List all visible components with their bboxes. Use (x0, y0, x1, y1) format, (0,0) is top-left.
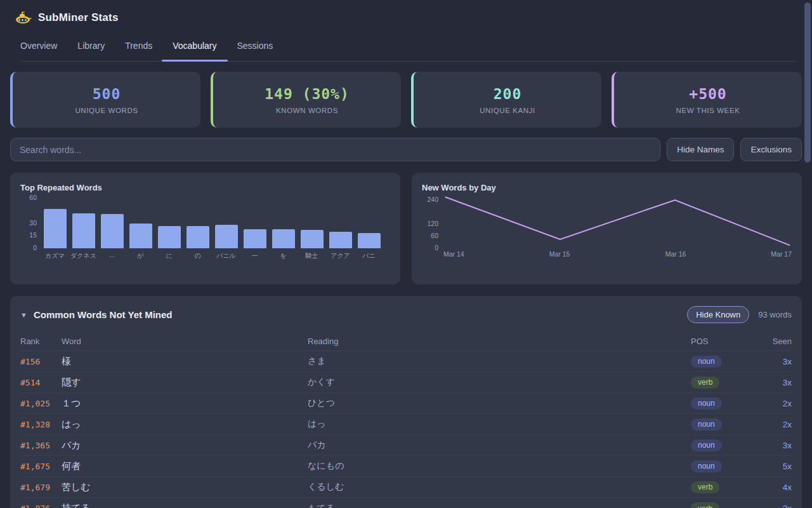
pos-badge: verb (691, 481, 719, 493)
bar (158, 226, 181, 248)
bar-chart-plot: カズマダクネス…がにのバニル一を騎士アクアバニ (42, 195, 390, 260)
bar-column: を (272, 229, 295, 260)
bar (101, 214, 124, 248)
stat-card-known-words: 149 (30%) KNOWN WORDS (211, 72, 401, 128)
table-body: #156 様 さま noun 3x #514 隠す かくす verb 3x #1… (20, 351, 792, 508)
bar (358, 233, 381, 248)
stat-value: 500 (93, 86, 121, 102)
bar-category-label: に (166, 251, 172, 260)
submarine-icon (15, 11, 32, 24)
bar-column: が (129, 224, 152, 260)
bar-column: 騎士 (300, 230, 324, 260)
bar-category-label: カズマ (45, 251, 65, 260)
search-row: Hide Names Exclusions (10, 138, 802, 161)
bar (215, 225, 238, 248)
line-chart-card: New Words by Day 060120240 Mar 14Mar 15M… (412, 173, 802, 284)
pos-badge: noun (691, 356, 722, 368)
stat-value: 149 (30%) (265, 86, 350, 102)
pos-badge: verb (691, 502, 719, 508)
y-tick-label: 240 (427, 196, 438, 203)
bar (272, 229, 295, 248)
y-tick-label: 60 (29, 194, 37, 201)
collapse-section-icon[interactable]: ▼ (20, 311, 27, 319)
column-header-word: Word (62, 337, 308, 346)
pos-badge: verb (691, 377, 719, 389)
bar-category-label: … (109, 251, 115, 260)
tab-library[interactable]: Library (77, 41, 105, 61)
hide-names-button[interactable]: Hide Names (667, 138, 734, 161)
bar-category-label: が (137, 251, 143, 260)
bar (44, 209, 67, 248)
table-column-headers: Rank Word Reading POS Seen (20, 332, 792, 351)
word-count-label: 93 words (758, 310, 792, 319)
stat-label: UNIQUE WORDS (75, 107, 138, 114)
bar-category-label: を (280, 251, 286, 260)
x-tick-label: Mar 17 (771, 250, 792, 258)
page-title: SubMiner Stats (38, 11, 119, 24)
x-tick-label: Mar 15 (549, 250, 570, 258)
bar (72, 213, 95, 248)
y-tick-label: 30 (29, 219, 37, 227)
search-input[interactable] (10, 138, 660, 161)
bar-column: バニル (214, 225, 238, 260)
exclusions-button[interactable]: Exclusions (740, 138, 802, 161)
y-tick-label: 120 (427, 220, 438, 227)
section-title: Common Words Not Yet Mined (34, 309, 173, 320)
bar (301, 230, 324, 248)
bar-category-label: アクア (331, 251, 350, 260)
pos-badge: noun (691, 418, 722, 431)
bar-column: … (100, 214, 124, 260)
tab-overview[interactable]: Overview (20, 41, 57, 61)
bar-column: に (157, 226, 181, 260)
bar-column: バニ (357, 233, 381, 260)
pos-badge: noun (691, 460, 722, 472)
table-row[interactable]: #1,025 １つ ひとつ noun 2x (20, 393, 792, 414)
bar-chart-card: Top Repeated Words 0153060 カズマダクネス…がにのバニ… (10, 173, 400, 284)
scrollbar (803, 0, 812, 508)
column-header-pos: POS (691, 337, 761, 346)
tab-vocabulary[interactable]: Vocabulary (173, 41, 216, 61)
table-row[interactable]: #156 様 さま noun 3x (20, 351, 792, 372)
bar (329, 232, 352, 248)
pos-badge: noun (691, 439, 722, 451)
bar-category-label: 一 (252, 251, 258, 260)
stat-value: 200 (494, 86, 522, 102)
table-row[interactable]: #1,679 苦しむ くるしむ verb 4x (20, 477, 792, 498)
tab-sessions[interactable]: Sessions (237, 41, 273, 61)
tab-trends[interactable]: Trends (125, 41, 152, 61)
y-tick-label: 0 (33, 244, 37, 251)
table-row[interactable]: #1,365 バカ バカ noun 3x (20, 435, 792, 456)
pos-badge: noun (691, 398, 722, 410)
stat-label: NEW THIS WEEK (676, 107, 740, 114)
bar-category-label: 騎士 (306, 251, 318, 260)
x-tick-label: Mar 14 (443, 250, 464, 258)
bar-chart-title: Top Repeated Words (20, 183, 390, 192)
column-header-rank: Rank (20, 337, 62, 346)
bar-column: アクア (329, 232, 352, 260)
line-chart-plot: Mar 14Mar 15Mar 16Mar 17 (443, 195, 792, 260)
y-tick-label: 15 (29, 231, 37, 239)
bar-column: ダクネス (72, 213, 95, 260)
stat-label: UNIQUE KANJI (480, 107, 535, 114)
table-row[interactable]: #1,675 何者 なにもの noun 5x (20, 456, 792, 477)
common-words-section: ▼ Common Words Not Yet Mined Hide Known … (10, 296, 802, 508)
x-tick-label: Mar 16 (665, 250, 686, 258)
stat-card-unique-kanji: 200 UNIQUE KANJI (411, 72, 601, 128)
bar-chart-y-axis: 0153060 (20, 195, 42, 260)
table-row[interactable]: #1,328 はっ はっ noun 2x (20, 414, 792, 435)
column-header-reading: Reading (308, 337, 691, 346)
line-chart-x-axis: Mar 14Mar 15Mar 16Mar 17 (443, 250, 792, 260)
charts-row: Top Repeated Words 0153060 カズマダクネス…がにのバニ… (10, 173, 802, 284)
bar-column: カズマ (43, 209, 67, 260)
y-tick-label: 60 (431, 232, 438, 239)
bar-category-label: ダクネス (70, 251, 96, 260)
table-row[interactable]: #514 隠す かくす verb 3x (20, 372, 792, 393)
stats-row: 500 UNIQUE WORDS 149 (30%) KNOWN WORDS 2… (10, 72, 802, 128)
stat-value: +500 (689, 86, 726, 102)
bar-category-label: バニ (362, 251, 375, 260)
scrollbar-thumb[interactable] (804, 3, 811, 163)
bar-category-label: の (194, 251, 200, 260)
line-chart-title: New Words by Day (422, 183, 792, 192)
hide-known-button[interactable]: Hide Known (687, 306, 749, 323)
table-row[interactable]: #1,876 持てる もてる verb 2x (20, 498, 792, 508)
